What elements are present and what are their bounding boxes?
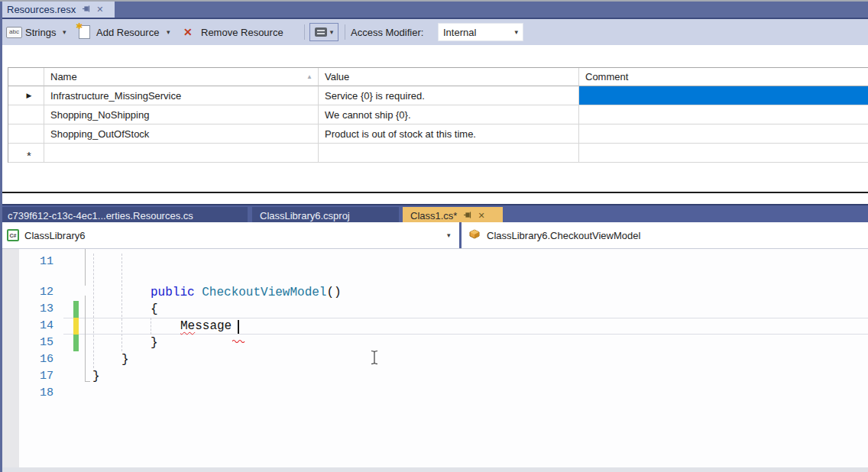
editor-tab-well: c739f612-c13c-4ec1...erties.Resources.cs… [0,204,868,222]
tab-class1-cs-active[interactable]: Class1.cs* ✕ [403,207,503,224]
row-header-current[interactable]: ▶ [8,86,44,105]
code-editor[interactable]: 11 12 13 14 15 16 17 18 − 0 references p… [0,249,868,467]
view-mode-button[interactable]: ▾ [309,23,338,41]
grid-cell-comment[interactable] [579,105,868,124]
grid-corner-cell [8,68,44,86]
strings-filter-button[interactable]: abc [6,19,22,45]
error-squiggle-text: Me [180,319,195,333]
table-row: Shopping_NoShipping We cannot ship {0}. [8,105,868,124]
tab-title: Resources.resx [7,4,76,15]
code-line-12[interactable]: public CheckoutViewModel() [151,284,342,301]
outline-line [85,249,86,286]
grid-cell-value[interactable]: We cannot ship {0}. [319,105,579,124]
grid-header-name[interactable]: Name ▲ [44,68,319,86]
pane-splitter[interactable] [0,192,868,193]
project-name: ClassLibrary6 [24,230,85,241]
document-tab-well [0,2,868,18]
line-number: 14 [20,318,53,335]
resx-toolbar: abc Strings ▾ ✱ Add Resource ▾ ✕ Remove … [0,19,868,45]
code-line-14[interactable]: Message [180,318,239,335]
resx-grid-document: Name ▲ Value Comment ▶ Infrastructure_Mi… [0,45,868,192]
horizontal-scrollbar[interactable] [0,467,868,472]
tab-classlibrary6-csproj[interactable]: ClassLibrary6.csproj [252,207,399,224]
close-icon[interactable]: ✕ [96,5,103,14]
resource-grid: Name ▲ Value Comment ▶ Infrastructure_Mi… [8,67,868,163]
grid-cell-name[interactable]: Infrastructure_MissingService [44,86,319,105]
editor-navigation-bar: C# ClassLibrary6 ▾ ClassLibrary6.Checkou… [0,222,868,249]
add-resource-button[interactable]: Add Resource [96,19,159,45]
code-line-17[interactable]: } [92,368,100,385]
line-number: 11 [20,254,53,270]
strings-dropdown-caret-icon[interactable]: ▾ [63,19,66,45]
ibeam-mouse-cursor-icon [370,350,379,369]
remove-resource-x-icon[interactable]: ✕ [183,19,193,45]
line-number: 15 [20,335,53,351]
strings-filter-label[interactable]: Strings [25,19,56,45]
add-resource-caret-icon[interactable]: ▾ [167,19,170,45]
window-left-edge [0,2,2,472]
line-number: 16 [20,351,53,368]
grid-cell-comment[interactable] [579,124,868,144]
grid-cell-name-empty[interactable] [44,144,319,163]
pin-icon[interactable] [463,210,471,221]
grid-cell-comment-empty[interactable] [579,144,868,163]
grid-cell-value-empty[interactable] [319,144,579,163]
outline-line [85,296,86,382]
table-row: Shopping_OutOfStock Product is out of st… [8,124,868,144]
csharp-project-icon: C# [7,229,19,241]
grid-header-value[interactable]: Value [319,68,579,86]
current-row-arrow-icon: ▶ [27,92,32,99]
access-modifier-label: Access Modifier: [351,19,423,45]
chevron-down-icon[interactable]: ▾ [447,231,451,239]
strings-abc-icon: abc [6,27,22,38]
datagrid-view-icon [315,27,327,37]
breakpoint-margin[interactable] [2,249,19,467]
grid-cell-name[interactable]: Shopping_NoShipping [44,105,319,124]
toolbar-separator [304,24,305,40]
pin-icon[interactable] [82,4,90,15]
row-header-new[interactable]: * [8,144,44,163]
grid-header-row: Name ▲ Value Comment [8,68,868,86]
tab-resources-designer-cs[interactable]: c739f612-c13c-4ec1...erties.Resources.cs [0,207,248,224]
grid-cell-value[interactable]: Service {0} is required. [319,86,579,105]
line-number: 18 [20,385,53,402]
line-number: 12 [20,284,53,301]
tab-resources-resx[interactable]: Resources.resx ✕ [0,2,115,18]
grid-cell-comment-selected[interactable] [579,86,868,105]
indent-guide [151,318,151,335]
new-star-icon: ✱ [76,21,83,31]
code-line-15[interactable]: } [151,335,158,351]
change-bar-saved [73,335,79,351]
class-icon [469,228,481,242]
code-line-13[interactable]: { [151,301,158,318]
row-header[interactable] [8,124,44,144]
error-squiggle-icon [232,333,245,347]
text-caret [238,320,239,334]
indent-guide [93,254,94,368]
close-icon[interactable]: ✕ [478,212,484,220]
visual-studio-window: Resources.resx ✕ abc Strings ▾ ✱ Add Res… [0,0,868,472]
grid-cell-value[interactable]: Product is out of stock at this time. [319,124,579,144]
table-row-new: * [8,144,868,163]
code-line-16[interactable]: } [121,351,129,368]
type-name: ClassLibrary6.CheckoutViewModel [487,230,640,241]
sort-ascending-icon: ▲ [306,73,313,80]
change-bar-saved [73,301,79,318]
access-modifier-value: Internal [443,27,476,38]
add-resource-icon[interactable]: ✱ [79,19,90,45]
remove-resource-button[interactable]: Remove Resource [201,19,283,45]
grid-header-comment[interactable]: Comment [579,68,868,86]
grid-cell-name[interactable]: Shopping_OutOfStock [44,124,319,144]
line-number: 13 [20,301,53,318]
change-bar-unsaved [73,318,79,335]
new-row-asterisk-icon: * [27,144,31,162]
type-dropdown[interactable]: ClassLibrary6.CheckoutViewModel [462,222,868,248]
row-header[interactable] [8,105,44,124]
access-modifier-select[interactable]: Internal ▾ [438,23,523,41]
table-row: ▶ Infrastructure_MissingService Service … [8,86,868,105]
line-number: 17 [20,368,53,385]
indent-guide [121,254,122,351]
chevron-down-icon: ▾ [514,28,518,36]
outline-line-corner [85,381,90,382]
project-dropdown[interactable]: C# ClassLibrary6 [2,222,459,248]
